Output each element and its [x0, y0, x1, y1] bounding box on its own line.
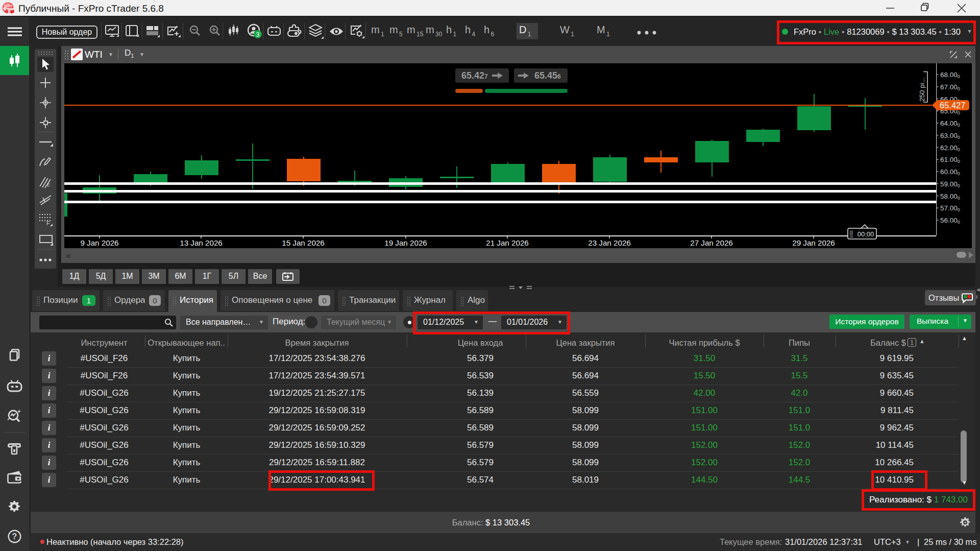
svg-text:58.000: 58.000 — [940, 193, 960, 201]
svg-text:FxPro: FxPro — [4, 4, 12, 7]
svg-text:56.000: 56.000 — [940, 217, 960, 225]
svg-text:00:00: 00:00 — [857, 230, 874, 238]
svg-text:9 Jan 2026: 9 Jan 2026 — [80, 238, 118, 247]
svg-text:13 Jan 2026: 13 Jan 2026 — [180, 238, 223, 247]
svg-text:63.000: 63.000 — [940, 132, 960, 140]
svg-text:?: ? — [12, 532, 17, 541]
svg-text:59.000: 59.000 — [940, 180, 960, 188]
svg-text:61.000: 61.000 — [940, 156, 960, 164]
svg-text:F: F — [46, 220, 50, 226]
svg-text:57.000: 57.000 — [940, 204, 960, 212]
svg-text:68.000: 68.000 — [940, 71, 960, 79]
svg-text:67.000: 67.000 — [940, 83, 960, 91]
svg-text:23 Jan 2026: 23 Jan 2026 — [588, 238, 631, 247]
svg-text:29 Jan 2026: 29 Jan 2026 — [792, 238, 835, 247]
svg-text:21 Jan 2026: 21 Jan 2026 — [486, 238, 529, 247]
svg-text:19 Jan 2026: 19 Jan 2026 — [384, 238, 427, 247]
svg-text:250 pi...: 250 pi... — [918, 77, 926, 102]
svg-text:15 Jan 2026: 15 Jan 2026 — [282, 238, 325, 247]
svg-text:27 Jan 2026: 27 Jan 2026 — [690, 238, 733, 247]
svg-text:65.427: 65.427 — [940, 101, 965, 110]
svg-text:E: E — [47, 182, 50, 187]
svg-text:64.000: 64.000 — [940, 119, 960, 128]
svg-text:3: 3 — [256, 31, 260, 38]
svg-text:60.000: 60.000 — [940, 168, 960, 176]
svg-text:62.000: 62.000 — [940, 144, 960, 152]
